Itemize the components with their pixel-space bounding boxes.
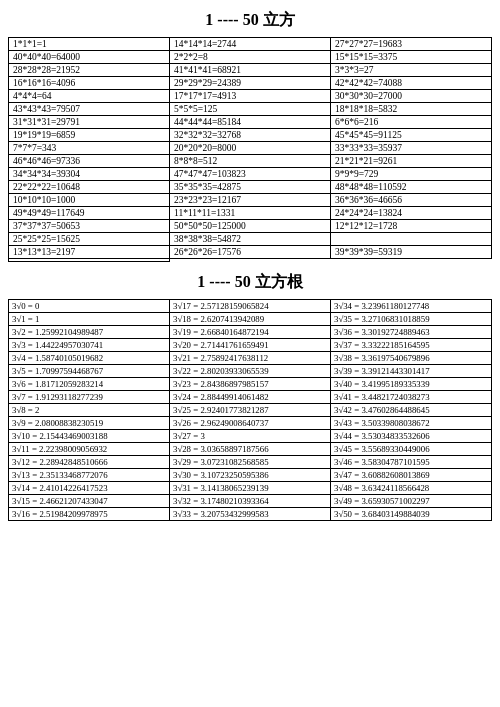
list-item: 3√29 = 3.07231082568585 (170, 456, 331, 469)
table-row: 14*14*14=2744 (170, 38, 331, 51)
list-item: 3√25 = 2.92401773821287 (170, 404, 331, 417)
table-row: 15*15*15=3375 (331, 51, 492, 64)
list-item: 3√4 = 1.58740105019682 (9, 352, 170, 365)
table-row: 45*45*45=91125 (331, 129, 492, 142)
table-row: 42*42*42=74088 (331, 77, 492, 90)
list-item: 3√20 = 2.71441761659491 (170, 339, 331, 352)
table-row: 46*46*46=97336 (9, 155, 170, 168)
table-row: 5*5*5=125 (170, 103, 331, 116)
table-row: 17*17*17=4913 (170, 90, 331, 103)
list-item: 3√26 = 2.96249008640737 (170, 417, 331, 430)
cubes-table: 1*1*1=114*14*14=274427*27*27=1968340*40*… (8, 37, 492, 262)
list-item: 3√5 = 1.70997594468767 (9, 365, 170, 378)
list-item: 3√15 = 2.46621207433047 (9, 495, 170, 508)
list-item: 3√19 = 2.66840164872194 (170, 326, 331, 339)
list-item: 3√17 = 2.57128159065824 (170, 300, 331, 313)
table-row: 44*44*44=85184 (170, 116, 331, 129)
table-row: 29*29*29=24389 (170, 77, 331, 90)
table-row: 4*4*4=64 (9, 90, 170, 103)
list-item: 3√42 = 3.47602864488645 (331, 404, 492, 417)
list-item: 3√23 = 2.84386897985157 (170, 378, 331, 391)
list-item: 3√3 = 1.44224957030741 (9, 339, 170, 352)
table-row: 48*48*48=110592 (331, 181, 492, 194)
list-item: 3√48 = 3.63424118566428 (331, 482, 492, 495)
table-row: 36*36*36=46656 (331, 194, 492, 207)
table-row: 10*10*10=1000 (9, 194, 170, 207)
table-row: 40*40*40=64000 (9, 51, 170, 64)
table-row: 25*25*25=15625 (9, 233, 170, 246)
table-row: 22*22*22=10648 (9, 181, 170, 194)
list-item: 3√40 = 3.41995189335339 (331, 378, 492, 391)
list-item: 3√21 = 2.75892417638112 (170, 352, 331, 365)
list-item: 3√35 = 3.27106831018859 (331, 313, 492, 326)
table-row: 38*38*38=54872 (170, 233, 331, 246)
list-item: 3√49 = 3.65930571002297 (331, 495, 492, 508)
list-item: 3√27 = 3 (170, 430, 331, 443)
roots-table: 3√0 = 03√17 = 2.571281590658243√34 = 3.2… (8, 299, 492, 521)
table-row: 39*39*39=59319 (331, 246, 492, 259)
table-row: 28*28*28=21952 (9, 64, 170, 77)
list-item: 3√1 = 1 (9, 313, 170, 326)
table-row: 31*31*31=29791 (9, 116, 170, 129)
table-row: 34*34*34=39304 (9, 168, 170, 181)
table-row: 20*20*20=8000 (170, 142, 331, 155)
list-item: 3√41 = 3.44821724038273 (331, 391, 492, 404)
table-row: 32*32*32=32768 (170, 129, 331, 142)
list-item: 3√45 = 3.55689330449006 (331, 443, 492, 456)
table-row: 7*7*7=343 (9, 142, 170, 155)
list-item: 3√24 = 2.88449914061482 (170, 391, 331, 404)
table-row: 47*47*47=103823 (170, 168, 331, 181)
title-cubes: 1 ---- 50 立方 (8, 10, 492, 31)
list-item: 3√18 = 2.6207413942089 (170, 313, 331, 326)
table-row: 12*12*12=1728 (331, 220, 492, 233)
list-item: 3√32 = 3.17480210393364 (170, 495, 331, 508)
table-row: 21*21*21=9261 (331, 155, 492, 168)
list-item: 3√7 = 1.91293118277239 (9, 391, 170, 404)
table-row: 11*11*11=1331 (170, 207, 331, 220)
table-row (331, 233, 492, 246)
list-item: 3√50 = 3.68403149884039 (331, 508, 492, 521)
list-item: 3√44 = 3.53034833532606 (331, 430, 492, 443)
list-item: 3√38 = 3.36197540679896 (331, 352, 492, 365)
title-roots: 1 ---- 50 立方根 (8, 272, 492, 293)
list-item: 3√11 = 2.22398009056932 (9, 443, 170, 456)
list-item: 3√2 = 1.25992104989487 (9, 326, 170, 339)
list-item: 3√14 = 2.41014226417523 (9, 482, 170, 495)
table-row: 33*33*33=35937 (331, 142, 492, 155)
table-row: 27*27*27=19683 (331, 38, 492, 51)
list-item: 3√46 = 3.58304787101595 (331, 456, 492, 469)
list-item: 3√0 = 0 (9, 300, 170, 313)
table-row: 18*18*18=5832 (331, 103, 492, 116)
table-row: 30*30*30=27000 (331, 90, 492, 103)
list-item: 3√36 = 3.30192724889463 (331, 326, 492, 339)
list-item: 3√13 = 2.35133468772076 (9, 469, 170, 482)
table-row: 2*2*2=8 (170, 51, 331, 64)
table-row: 24*24*24=13824 (331, 207, 492, 220)
table-row: 8*8*8=512 (170, 155, 331, 168)
list-item: 3√6 = 1.81712059283214 (9, 378, 170, 391)
table-row: 9*9*9=729 (331, 168, 492, 181)
table-row: 1*1*1=1 (9, 38, 170, 51)
list-item: 3√30 = 3.10723250595386 (170, 469, 331, 482)
table-row: 3*3*3=27 (331, 64, 492, 77)
table-row (9, 259, 170, 262)
list-item: 3√47 = 3.60882608013869 (331, 469, 492, 482)
table-row: 37*37*37=50653 (9, 220, 170, 233)
list-item: 3√33 = 3.20753432999583 (170, 508, 331, 521)
table-row: 49*49*49=117649 (9, 207, 170, 220)
table-row: 26*26*26=17576 (170, 246, 331, 259)
table-row: 13*13*13=2197 (9, 246, 170, 259)
list-item: 3√31 = 3.14138065239139 (170, 482, 331, 495)
list-item: 3√22 = 2.80203933065539 (170, 365, 331, 378)
list-item: 3√16 = 2.51984209978975 (9, 508, 170, 521)
table-row: 16*16*16=4096 (9, 77, 170, 90)
table-row: 23*23*23=12167 (170, 194, 331, 207)
list-item: 3√10 = 2.15443469003188 (9, 430, 170, 443)
table-row: 19*19*19=6859 (9, 129, 170, 142)
table-row: 6*6*6=216 (331, 116, 492, 129)
list-item: 3√34 = 3.23961180127748 (331, 300, 492, 313)
list-item: 3√9 = 2.08008838230519 (9, 417, 170, 430)
list-item: 3√8 = 2 (9, 404, 170, 417)
table-row: 35*35*35=42875 (170, 181, 331, 194)
table-row: 50*50*50=125000 (170, 220, 331, 233)
